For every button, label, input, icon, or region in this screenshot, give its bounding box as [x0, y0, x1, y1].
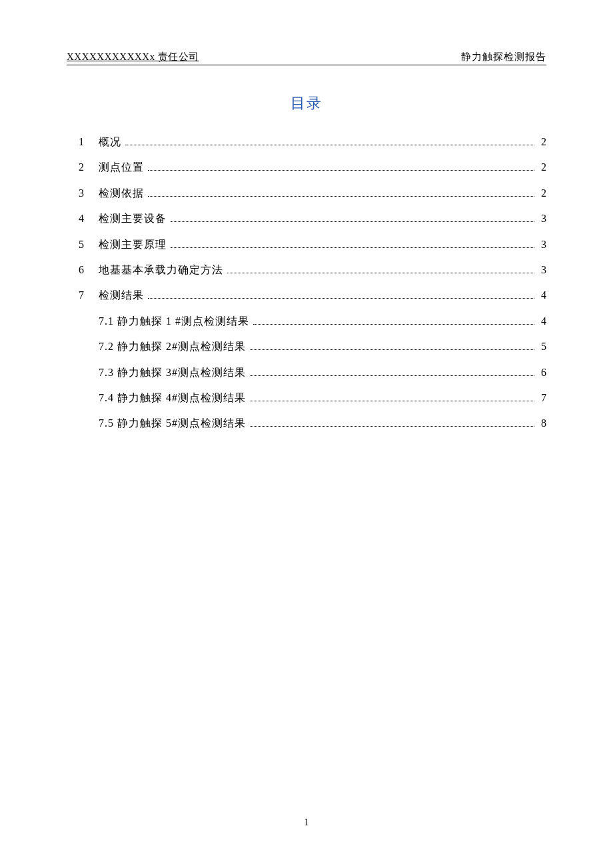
toc-number: 2 [79, 155, 99, 180]
toc-label: 检测主要设备 [99, 206, 167, 231]
toc-leader [125, 145, 534, 145]
toc-entry: 3 检测依据 2 [79, 181, 546, 206]
toc-sublabel: 7.4 静力触探 4#测点检测结果 [99, 385, 246, 411]
toc-entry: 5 检测主要原理 3 [79, 232, 546, 257]
toc-page: 2 [537, 129, 546, 155]
toc-page: 3 [537, 257, 546, 283]
toc-subentry: 7.3 静力触探 3#测点检测结果 6 [79, 360, 546, 385]
toc-page: 8 [537, 411, 546, 436]
toc-entry: 4 检测主要设备 3 [79, 206, 546, 231]
toc-label: 检测主要原理 [99, 232, 167, 257]
toc-page: 3 [537, 232, 546, 257]
toc-number: 4 [79, 206, 99, 231]
toc-page: 4 [537, 309, 546, 334]
toc-label: 检测结果 [99, 283, 144, 308]
toc-leader [250, 349, 534, 350]
toc-page: 2 [537, 181, 546, 206]
toc-label: 检测依据 [99, 181, 144, 206]
page-header: XXXXXXXXXXXx 责任公司 静力触探检测报告 [67, 51, 546, 65]
toc-sublabel: 7.3 静力触探 3#测点检测结果 [99, 360, 246, 385]
toc-leader [250, 375, 534, 376]
toc-subentry: 7.1 静力触探 1 #测点检测结果 4 [79, 309, 546, 334]
toc-leader [171, 221, 534, 222]
toc-page: 5 [537, 334, 546, 359]
page-number: 1 [0, 817, 613, 828]
toc-entry: 6 地基基本承载力确定方法 3 [79, 257, 546, 283]
toc-page: 7 [537, 385, 546, 411]
toc-subentry: 7.4 静力触探 4#测点检测结果 7 [79, 385, 546, 411]
header-company: XXXXXXXXXXXx 责任公司 [67, 51, 199, 63]
toc-number: 1 [79, 129, 99, 155]
toc-number: 3 [79, 181, 99, 206]
toc-leader [250, 426, 534, 427]
toc-leader [253, 324, 534, 325]
toc-page: 2 [537, 155, 546, 180]
toc-sublabel: 7.5 静力触探 5#测点检测结果 [99, 411, 246, 436]
toc-sublabel: 7.2 静力触探 2#测点检测结果 [99, 334, 246, 359]
toc-leader [250, 401, 534, 401]
toc-leader [148, 298, 534, 299]
toc-page: 4 [537, 283, 546, 308]
document-page: XXXXXXXXXXXx 责任公司 静力触探检测报告 目录 1 概况 2 2 测… [0, 0, 613, 437]
toc-page: 6 [537, 360, 546, 385]
toc-page: 3 [537, 206, 546, 231]
toc-subentry: 7.5 静力触探 5#测点检测结果 8 [79, 411, 546, 436]
toc-label: 地基基本承载力确定方法 [99, 257, 223, 283]
header-report-title: 静力触探检测报告 [461, 51, 546, 63]
toc-entry: 2 测点位置 2 [79, 155, 546, 180]
toc-entry: 1 概况 2 [79, 129, 546, 155]
toc-label: 概况 [99, 129, 121, 155]
table-of-contents: 1 概况 2 2 测点位置 2 3 检测依据 2 4 检测主要设备 3 5 检测… [79, 129, 546, 437]
toc-leader [171, 247, 534, 248]
toc-subentry: 7.2 静力触探 2#测点检测结果 5 [79, 334, 546, 359]
toc-leader [148, 170, 534, 171]
toc-number: 6 [79, 257, 99, 283]
toc-sublabel: 7.1 静力触探 1 #测点检测结果 [99, 309, 249, 334]
toc-title: 目录 [67, 93, 546, 113]
toc-leader [227, 273, 534, 273]
toc-entry: 7 检测结果 4 [79, 283, 546, 308]
toc-number: 7 [79, 283, 99, 308]
toc-number: 5 [79, 232, 99, 257]
toc-label: 测点位置 [99, 155, 144, 180]
toc-leader [148, 196, 534, 197]
